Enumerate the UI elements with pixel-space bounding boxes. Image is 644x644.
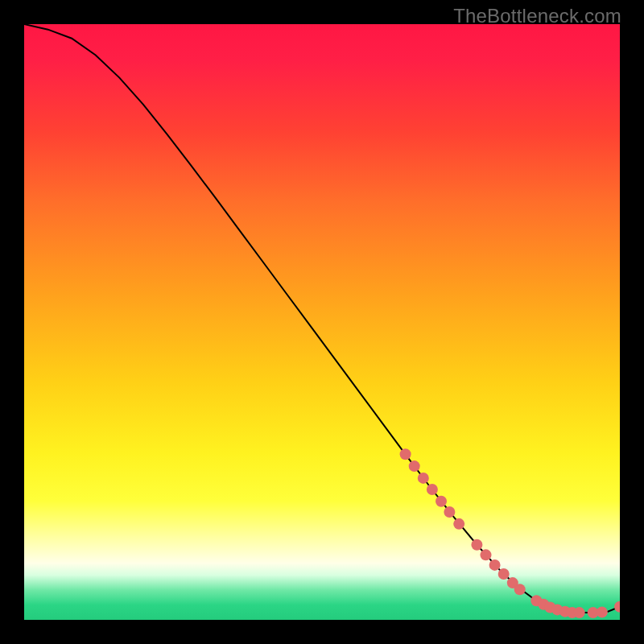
data-point bbox=[498, 568, 510, 580]
data-point bbox=[574, 607, 585, 618]
data-point bbox=[409, 460, 420, 472]
data-point bbox=[597, 606, 608, 617]
data-point bbox=[453, 518, 464, 530]
data-point bbox=[514, 584, 526, 595]
plot-area bbox=[24, 24, 620, 620]
data-point bbox=[436, 496, 447, 507]
chart-stage: TheBottleneck.com bbox=[0, 0, 644, 644]
data-point bbox=[614, 601, 620, 613]
data-point bbox=[418, 473, 429, 484]
data-point bbox=[427, 484, 438, 495]
data-point bbox=[481, 549, 492, 560]
data-point bbox=[489, 559, 501, 571]
data-point bbox=[400, 448, 411, 460]
curve-line bbox=[24, 24, 620, 613]
plot-overlay bbox=[24, 24, 620, 620]
marker-group bbox=[400, 448, 620, 618]
data-point bbox=[471, 539, 482, 551]
data-point bbox=[444, 506, 455, 518]
